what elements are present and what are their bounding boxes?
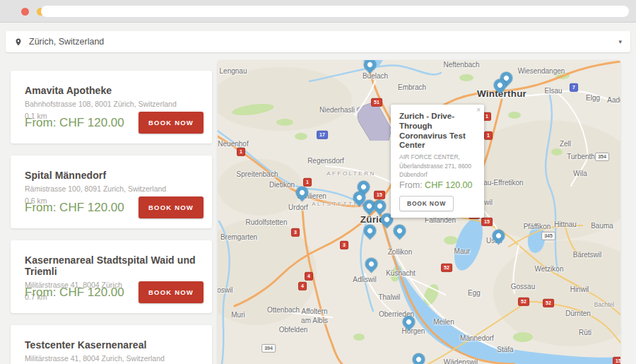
popup-price-prefix: From: <box>399 180 425 190</box>
map-label-küsnacht: Küsnacht <box>386 269 416 278</box>
map-label-buelach: Buelach <box>363 72 388 81</box>
map-label-muri: Muri <box>231 311 245 320</box>
popup-price-value: CHF 120.00 <box>425 180 472 190</box>
result-address: Rämistrasse 100, 8091 Zurich, Switzerlan… <box>25 184 204 193</box>
result-card: Kasernenareal Stadtspital Waid und Triem… <box>11 240 212 313</box>
result-price: From: CHF 120.00 <box>25 116 124 130</box>
url-bar[interactable] <box>41 6 629 17</box>
map-label-regensdorf: Regensdorf <box>307 157 344 166</box>
book-now-button[interactable]: BOOK NOW <box>139 196 204 218</box>
map-label-embrach: Embrach <box>398 83 426 93</box>
popup-title: Zurich - Drive-Through Coronavirus Test … <box>399 112 477 151</box>
route-shield: 1 <box>237 148 245 156</box>
result-name: Kasernenareal Stadtspital Waid und Triem… <box>25 254 204 277</box>
map-label-thalwil: Thalwil <box>378 293 400 303</box>
results-list: Amavita Apotheke Bahnhofstrasse 108, 800… <box>11 71 212 364</box>
map-label-hittnau: Hittnau <box>554 221 577 230</box>
map-label-dürnten: Dürnten <box>565 310 591 319</box>
map-label-adliswil: Adliswil <box>353 276 376 285</box>
map-label-horgen: Horgen <box>402 327 425 336</box>
map-label-stäfa: Stäfa <box>497 346 513 355</box>
map-label-lengnau: Lengnau <box>220 67 247 76</box>
result-price: From: CHF 120.00 <box>25 286 124 300</box>
result-price: From: CHF 120.00 <box>25 201 124 215</box>
book-now-button[interactable]: BOOK NOW <box>139 281 204 303</box>
close-icon[interactable]: × <box>476 105 481 115</box>
map-label-niederhasli: Niederhasli <box>319 106 355 115</box>
route-shield: 354 <box>595 153 609 161</box>
result-card: Spital Männedorf Rämistrasse 100, 8091 Z… <box>11 155 212 228</box>
result-name: Testcenter Kasernenareal <box>25 339 204 351</box>
route-shield: 17 <box>317 131 328 139</box>
popup-book-now-button[interactable]: BOOK NOW <box>399 196 454 211</box>
location-search-bar[interactable]: Zürich, Switzerland ▾ <box>6 31 630 52</box>
map-pin[interactable] <box>391 222 408 239</box>
route-shield: 15 <box>374 191 385 199</box>
route-shield: 52 <box>543 299 554 307</box>
map-label-obfelden: Obfelden <box>279 326 308 335</box>
map-label-affoltern-am-albis: Affoltern am Albis <box>301 307 328 325</box>
map-label-rudolfstetten: Rudolfstetten <box>246 218 288 228</box>
route-shield: 4 <box>305 272 313 281</box>
route-shield: 1 <box>303 178 312 187</box>
route-shield: 52 <box>518 298 529 306</box>
map-label-bäretswil: Bäretswil <box>573 251 602 260</box>
map-label-spreitenbach: Spreitenbach <box>237 170 278 180</box>
route-shield: 345 <box>541 232 555 240</box>
map-pin[interactable] <box>363 255 379 272</box>
map-label-elgg: Elgg <box>586 94 600 103</box>
book-now-button[interactable]: BOOK NOW <box>139 112 204 134</box>
map-label-wädenswil: Wädenswil <box>444 358 478 364</box>
map-label-maur: Maur <box>454 247 471 257</box>
popup-address: AIR FORCE CENTER, Überlandstrasse 271, 8… <box>399 153 477 179</box>
map-label-bremgarten: Bremgarten <box>220 233 257 242</box>
browser-chrome <box>0 0 636 23</box>
map-label-aadorf: Aadorf <box>607 96 620 105</box>
map-label-neftenbach: Neftenbach <box>443 61 479 70</box>
map-label-affoltern: AFFOLTERN <box>326 170 375 177</box>
result-card: Testcenter Kasernenareal Militärstrasse … <box>11 325 212 364</box>
route-shield: 3 <box>291 228 300 237</box>
map-label-wetzikon: Wetzikon <box>535 265 564 274</box>
route-shield: 1 <box>484 131 493 140</box>
map-pin[interactable] <box>361 60 378 73</box>
map-pin[interactable] <box>410 351 427 364</box>
map-pin[interactable] <box>371 197 388 214</box>
map-label-wila: Wila <box>573 170 587 179</box>
route-shield: 51 <box>371 98 382 107</box>
map-panel[interactable]: LengnauBuelachEmbrachNeftenbachWiesendan… <box>218 60 620 364</box>
map-label-bauma: Bauma <box>591 222 613 231</box>
map-label-boswil: Boswil <box>218 286 232 295</box>
map-label-dietikon: Dietikon <box>269 181 295 190</box>
map-label-gossau: Gossau <box>511 283 535 292</box>
route-shield: 394 <box>261 344 276 353</box>
route-shield: 4 <box>298 282 307 290</box>
map-label-pfäffikon: Pfäffikon <box>524 223 551 232</box>
map-label-egg: Egg <box>468 289 481 298</box>
route-shield: 15 <box>613 357 620 364</box>
location-search-value[interactable]: Zürich, Switzerland <box>29 37 618 47</box>
route-shield: 15 <box>481 218 493 226</box>
map-label-ottenbach: Ottenbach <box>267 306 300 315</box>
map-label-zell: Zell <box>560 140 571 149</box>
map-label-urdorf: Urdorf <box>288 204 308 213</box>
location-pin-icon <box>14 37 23 47</box>
map-label-zollikon: Zollikon <box>388 248 412 257</box>
map-label-rüti: Rüti <box>579 329 591 338</box>
map-label-männedorf: Männedorf <box>460 334 494 344</box>
popup-price: From: CHF 120.00 <box>399 180 477 190</box>
map-label-wiesendangen: Wiesendangen <box>518 67 565 76</box>
result-card: Amavita Apotheke Bahnhofstrasse 108, 800… <box>11 71 212 143</box>
map-label-hinwil: Hinwil <box>570 286 589 295</box>
chevron-down-icon[interactable]: ▾ <box>618 38 622 45</box>
map-label-meilen: Meilen <box>433 318 454 327</box>
result-name: Spital Männedorf <box>25 170 204 181</box>
result-name: Amavita Apotheke <box>25 85 204 96</box>
route-shield: 3 <box>340 241 348 249</box>
result-address: Bahnhofstrasse 108, 8001 Zürich, Switzer… <box>25 100 204 108</box>
window-close-button[interactable] <box>21 8 29 16</box>
result-address: Militärstrasse 41, 8004 Zurich, Switzerl… <box>25 354 204 363</box>
route-shield: 52 <box>441 264 452 272</box>
route-shield: 7 <box>570 83 578 92</box>
map-label-elsau: Elsau <box>544 87 562 96</box>
